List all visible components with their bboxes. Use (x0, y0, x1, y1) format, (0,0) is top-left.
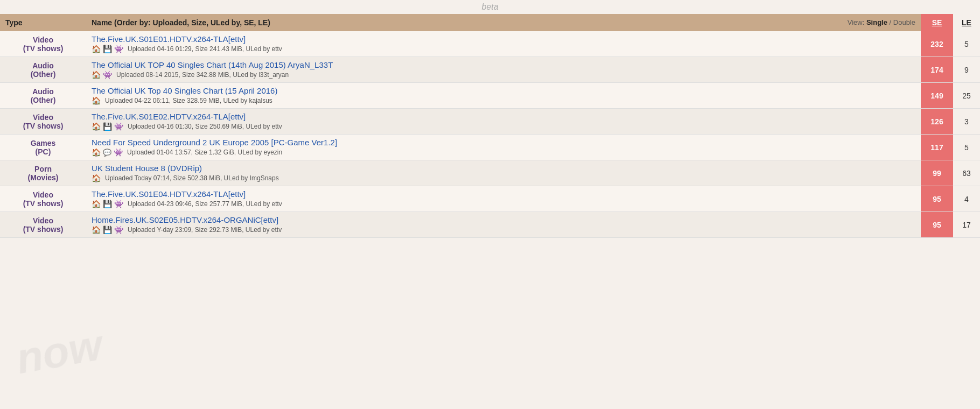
type-sub: (TV shows) (23, 122, 64, 130)
torrent-meta: 🏠💾👾 Uploaded Y-day 23:09, Size 292.73 Mi… (92, 225, 915, 234)
se-value: 95 (921, 186, 953, 212)
se-value: 99 (921, 160, 953, 186)
skull-icon: 👾 (114, 200, 123, 208)
meta-text: Uploaded 01-04 13:57, Size 1.32 GiB, ULe… (127, 149, 282, 156)
skull-icon: 👾 (114, 225, 123, 234)
type-main: Audio (32, 87, 54, 96)
type-sub: (Other) (31, 70, 56, 79)
type-sub: (TV shows) (23, 225, 64, 234)
table-row: Video(TV shows) The.Five.UK.S01E04.HDTV.… (0, 186, 980, 212)
table-row: Video(TV shows) The.Five.UK.S01E02.HDTV.… (0, 109, 980, 135)
table-row: Video(TV shows) The.Five.UK.S01E01.HDTV.… (0, 31, 980, 57)
floppy-icon[interactable]: 💾 (103, 225, 112, 234)
type-sub: (Movies) (28, 173, 59, 182)
floppy-icon[interactable]: 💾 (103, 45, 112, 53)
meta-text: Uploaded 04-16 01:30, Size 250.69 MiB, U… (128, 123, 282, 130)
skull-icon: 👾 (114, 148, 123, 157)
le-value: 63 (953, 160, 980, 186)
torrent-meta: 🏠💾👾 Uploaded 04-16 01:29, Size 241.43 Mi… (92, 45, 915, 53)
type-main: Games (31, 139, 56, 147)
magnet-icon[interactable]: 🏠 (92, 70, 101, 79)
type-main: Porn (34, 165, 52, 173)
torrent-title-link[interactable]: Need For Speed Underground 2 UK Europe 2… (92, 138, 915, 147)
meta-text: Uploaded 04-22 06:11, Size 328.59 MiB, U… (105, 97, 272, 104)
type-sub: (PC) (36, 147, 51, 156)
comment-icon[interactable]: 💬 (103, 149, 111, 157)
skull-icon: 👾 (103, 70, 112, 79)
floppy-icon[interactable]: 💾 (103, 122, 112, 131)
table-row: Audio(Other) The Official UK Top 40 Sing… (0, 83, 980, 109)
meta-text: Uploaded 08-14 2015, Size 342.88 MiB, UL… (116, 71, 289, 79)
magnet-icon[interactable]: 🏠 (92, 45, 101, 53)
se-value: 117 (921, 135, 953, 160)
torrent-meta: 🏠 Uploaded Today 07:14, Size 502.38 MiB,… (92, 174, 915, 182)
type-main: Audio (32, 61, 54, 70)
type-sub: (Other) (31, 96, 56, 104)
torrent-title-link[interactable]: The Official UK TOP 40 Singles Chart (14… (92, 60, 915, 69)
meta-text: Uploaded Today 07:14, Size 502.38 MiB, U… (105, 174, 279, 182)
le-value: 5 (953, 135, 980, 160)
se-value: 126 (921, 109, 953, 135)
col-type-header: Type (0, 14, 86, 31)
torrent-title-link[interactable]: The.Five.UK.S01E04.HDTV.x264-TLA[ettv] (92, 189, 915, 199)
se-value: 232 (921, 31, 953, 57)
type-main: Video (33, 36, 53, 44)
le-value: 4 (953, 186, 980, 212)
col-le-header[interactable]: LE (953, 14, 980, 31)
skull-icon: 👾 (114, 122, 123, 131)
table-row: Audio(Other) The Official UK TOP 40 Sing… (0, 57, 980, 83)
view-double-btn[interactable]: Double (893, 18, 915, 26)
torrent-meta: 🏠💬👾 Uploaded 01-04 13:57, Size 1.32 GiB,… (92, 148, 915, 157)
magnet-icon[interactable]: 🏠 (92, 225, 101, 234)
col-se-header[interactable]: SE (921, 14, 953, 31)
type-main: Video (33, 113, 53, 122)
meta-text: Uploaded Y-day 23:09, Size 292.73 MiB, U… (128, 226, 282, 234)
le-value: 3 (953, 109, 980, 135)
meta-text: Uploaded 04-16 01:29, Size 241.43 MiB, U… (128, 45, 282, 53)
se-value: 149 (921, 83, 953, 109)
meta-text: Uploaded 04-23 09:46, Size 257.77 MiB, U… (128, 200, 282, 208)
le-value: 17 (953, 212, 980, 238)
torrent-title-link[interactable]: UK Student House 8 (DVDRip) (92, 164, 915, 173)
magnet-icon[interactable]: 🏠 (92, 122, 101, 131)
torrent-meta: 🏠👾 Uploaded 08-14 2015, Size 342.88 MiB,… (92, 70, 915, 79)
torrent-title-link[interactable]: The Official UK Top 40 Singles Chart (15… (92, 86, 915, 95)
table-row: Games(PC) Need For Speed Underground 2 U… (0, 135, 980, 160)
se-value: 174 (921, 57, 953, 83)
view-toggle: View: Single / Double (848, 18, 915, 26)
torrent-title-link[interactable]: Home.Fires.UK.S02E05.HDTV.x264-ORGANiC[e… (92, 215, 915, 224)
col-name-header: Name (Order by: Uploaded, Size, ULed by,… (86, 14, 921, 31)
torrent-meta: 🏠 Uploaded 04-22 06:11, Size 328.59 MiB,… (92, 96, 915, 105)
magnet-icon[interactable]: 🏠 (92, 200, 101, 208)
torrent-title-link[interactable]: The.Five.UK.S01E02.HDTV.x264-TLA[ettv] (92, 112, 915, 121)
magnet-icon[interactable]: 🏠 (92, 174, 101, 182)
magnet-icon[interactable]: 🏠 (92, 96, 101, 105)
floppy-icon[interactable]: 💾 (103, 200, 112, 208)
magnet-icon[interactable]: 🏠 (92, 148, 101, 157)
type-main: Video (33, 216, 53, 225)
table-row: Video(TV shows) Home.Fires.UK.S02E05.HDT… (0, 212, 980, 238)
torrent-meta: 🏠💾👾 Uploaded 04-16 01:30, Size 250.69 Mi… (92, 122, 915, 131)
skull-icon: 👾 (114, 45, 123, 53)
le-value: 5 (953, 31, 980, 57)
table-row: Porn(Movies) UK Student House 8 (DVDRip)… (0, 160, 980, 186)
torrent-meta: 🏠💾👾 Uploaded 04-23 09:46, Size 257.77 Mi… (92, 200, 915, 208)
beta-label: beta (0, 0, 980, 14)
se-value: 95 (921, 212, 953, 238)
type-main: Video (33, 191, 53, 199)
le-value: 9 (953, 57, 980, 83)
type-sub: (TV shows) (23, 44, 64, 53)
type-sub: (TV shows) (23, 199, 64, 208)
torrent-title-link[interactable]: The.Five.UK.S01E01.HDTV.x264-TLA[ettv] (92, 34, 915, 44)
view-single-btn[interactable]: Single (866, 18, 887, 26)
le-value: 25 (953, 83, 980, 109)
